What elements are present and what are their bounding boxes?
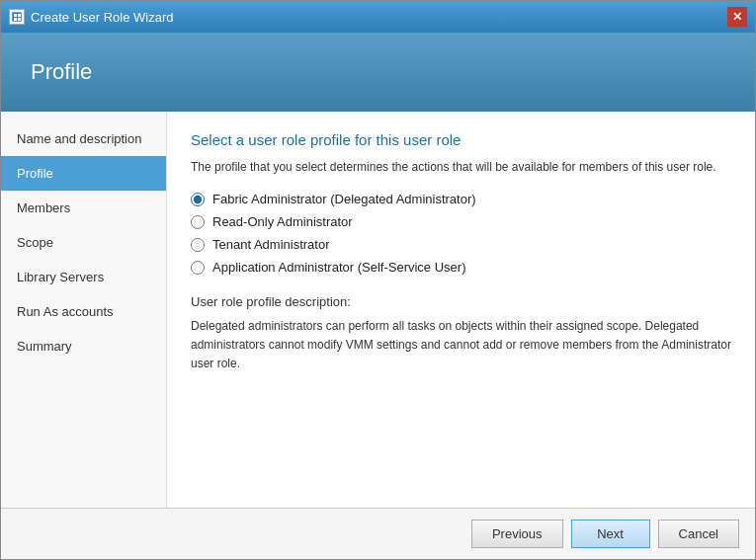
radio-label-read-only-admin[interactable]: Read-Only Administrator (212, 214, 353, 229)
window-title: Create User Role Wizard (31, 10, 174, 25)
sidebar-item-profile[interactable]: Profile (1, 156, 166, 191)
radio-item-read-only-admin: Read-Only Administrator (191, 214, 731, 229)
radio-item-tenant-admin: Tenant Administrator (191, 237, 731, 252)
svg-rect-2 (18, 14, 21, 17)
radio-label-fabric-admin[interactable]: Fabric Administrator (Delegated Administ… (212, 192, 476, 206)
content-area: Select a user role profile for this user… (167, 112, 755, 508)
titlebar: Create User Role Wizard ✕ (1, 1, 755, 33)
radio-tenant-admin[interactable] (191, 238, 205, 252)
cancel-button[interactable]: Cancel (658, 520, 739, 548)
profile-desc-text: Delegated administrators can perform all… (191, 317, 731, 374)
close-button[interactable]: ✕ (727, 7, 747, 27)
sidebar-item-members[interactable]: Members (1, 191, 166, 225)
sidebar: Name and description Profile Members Sco… (1, 112, 167, 508)
radio-item-fabric-admin: Fabric Administrator (Delegated Administ… (191, 192, 731, 206)
previous-button[interactable]: Previous (471, 520, 563, 548)
next-button[interactable]: Next (571, 520, 650, 548)
titlebar-left: Create User Role Wizard (9, 9, 174, 25)
profile-desc-heading: User role profile description: (191, 294, 731, 309)
header-title: Profile (31, 59, 92, 85)
sidebar-item-summary[interactable]: Summary (1, 329, 166, 363)
content-description: The profile that you select determines t… (191, 158, 731, 176)
sidebar-item-name-description[interactable]: Name and description (1, 121, 166, 156)
radio-item-app-admin: Application Administrator (Self-Service … (191, 260, 731, 275)
svg-rect-3 (14, 18, 17, 21)
sidebar-item-run-as-accounts[interactable]: Run As accounts (1, 294, 166, 329)
radio-fabric-admin[interactable] (191, 193, 205, 206)
sidebar-item-scope[interactable]: Scope (1, 225, 166, 260)
main-area: Name and description Profile Members Sco… (1, 112, 755, 508)
footer: Previous Next Cancel (1, 508, 755, 559)
header-panel: Profile (1, 33, 755, 112)
profile-radio-group: Fabric Administrator (Delegated Administ… (191, 192, 731, 275)
svg-rect-4 (18, 18, 21, 21)
svg-rect-1 (14, 14, 17, 17)
wizard-window: Create User Role Wizard ✕ Profile Name a… (0, 0, 756, 560)
radio-label-app-admin[interactable]: Application Administrator (Self-Service … (212, 260, 465, 275)
radio-read-only-admin[interactable] (191, 215, 205, 229)
content-heading: Select a user role profile for this user… (191, 131, 731, 148)
sidebar-item-library-servers[interactable]: Library Servers (1, 260, 166, 294)
radio-label-tenant-admin[interactable]: Tenant Administrator (212, 237, 330, 252)
app-icon (9, 9, 25, 25)
radio-app-admin[interactable] (191, 261, 205, 275)
